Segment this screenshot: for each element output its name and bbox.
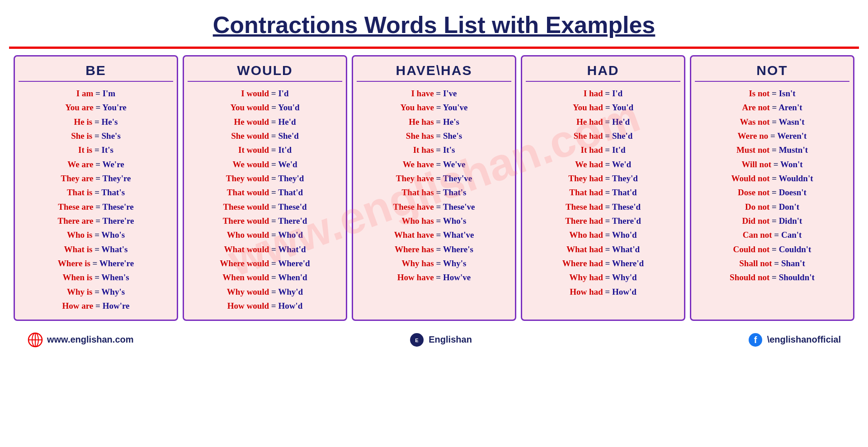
- original-word: They would: [226, 174, 269, 183]
- contraction-word: He's: [443, 117, 459, 127]
- contraction-word: You're: [102, 103, 126, 112]
- original-word: Where is: [58, 259, 90, 268]
- original-word: You have: [401, 103, 434, 112]
- equals-sign: =: [603, 259, 612, 268]
- table-row: Was not = Wasn't: [695, 115, 849, 129]
- table-row: Were no = Weren't: [695, 129, 849, 143]
- equals-sign: =: [269, 160, 278, 169]
- equals-sign: =: [269, 103, 278, 112]
- original-word: That had: [569, 188, 603, 197]
- contraction-word: You'd: [278, 103, 300, 112]
- table-row: She had = She'd: [526, 129, 680, 143]
- original-word: These are: [58, 202, 93, 212]
- svg-text:f: f: [754, 335, 757, 345]
- original-word: She is: [71, 131, 92, 141]
- table-row: You would = You'd: [188, 100, 342, 114]
- englishan-icon: E: [409, 332, 425, 348]
- original-word: These have: [393, 202, 434, 212]
- original-word: Were no: [738, 131, 769, 141]
- equals-sign: =: [92, 188, 101, 197]
- contraction-word: It'd: [278, 145, 292, 155]
- contraction-word: Why'd: [278, 287, 303, 296]
- original-word: Would not: [731, 174, 769, 183]
- equals-sign: =: [269, 174, 278, 183]
- contraction-word: Shouldn't: [779, 273, 815, 282]
- original-word: It would: [238, 145, 269, 155]
- table-row: Would not = Wouldn't: [695, 171, 849, 185]
- original-word: You are: [65, 103, 93, 112]
- columns-container: BEI am = I'mYou are = You'reHe is = He's…: [9, 55, 859, 321]
- table-row: She has = She's: [357, 129, 511, 143]
- equals-sign: =: [769, 216, 778, 226]
- table-row: That had = That'd: [526, 185, 680, 199]
- original-word: It has: [413, 145, 434, 155]
- equals-sign: =: [769, 89, 778, 98]
- original-word: He is: [74, 117, 93, 127]
- footer-social: f \englishanofficial: [747, 332, 841, 348]
- contraction-word: What'd: [278, 245, 306, 254]
- original-word: When is: [62, 273, 92, 282]
- table-row: When is = When's: [19, 270, 173, 284]
- contraction-word: That's: [101, 188, 125, 197]
- equals-sign: =: [434, 273, 443, 282]
- contraction-word: Where're: [99, 259, 134, 268]
- equals-sign: =: [603, 216, 612, 226]
- original-word: How have: [397, 273, 434, 282]
- contraction-word: How're: [103, 301, 130, 311]
- table-row: He would = He'd: [188, 115, 342, 129]
- table-row: You have = You've: [357, 100, 511, 114]
- contraction-word: Where's: [443, 245, 473, 254]
- equals-sign: =: [769, 117, 778, 127]
- table-row: Who has = Who's: [357, 214, 511, 228]
- equals-sign: =: [434, 89, 443, 98]
- equals-sign: =: [769, 273, 778, 282]
- contraction-word: She's: [102, 131, 121, 141]
- equals-sign: =: [269, 145, 278, 155]
- table-row: Why would = Why'd: [188, 285, 342, 299]
- original-word: I would: [241, 89, 269, 98]
- original-word: Why had: [569, 273, 603, 282]
- equals-sign: =: [434, 131, 443, 141]
- contraction-word: That'd: [612, 188, 637, 197]
- contraction-word: We'd: [278, 160, 297, 169]
- equals-sign: =: [92, 245, 101, 254]
- equals-sign: =: [269, 259, 278, 268]
- equals-sign: =: [92, 131, 101, 141]
- original-word: She had: [574, 131, 603, 141]
- contraction-word: It's: [443, 145, 455, 155]
- contraction-word: These're: [102, 202, 133, 212]
- original-word: These would: [223, 202, 269, 212]
- equals-sign: =: [768, 131, 777, 141]
- equals-sign: =: [603, 245, 612, 254]
- table-row: Should not = Shouldn't: [695, 270, 849, 284]
- contraction-word: What's: [101, 245, 127, 254]
- equals-sign: =: [92, 117, 101, 127]
- original-word: When would: [222, 273, 269, 282]
- table-row: There had = There'd: [526, 214, 680, 228]
- table-row: What had = What'd: [526, 242, 680, 256]
- equals-sign: =: [90, 259, 99, 268]
- original-word: Is not: [749, 89, 769, 98]
- contraction-word: Who's: [101, 230, 125, 240]
- contraction-word: We'd: [612, 160, 631, 169]
- col-header-3: HAD: [526, 63, 680, 82]
- equals-sign: =: [769, 245, 778, 254]
- footer-brand: E Englishan: [409, 332, 472, 348]
- contraction-word: They'd: [612, 174, 638, 183]
- contraction-word: Aren't: [778, 103, 802, 112]
- original-word: It is: [78, 145, 92, 155]
- original-word: Did not: [742, 216, 770, 226]
- equals-sign: =: [772, 259, 781, 268]
- equals-sign: =: [603, 117, 612, 127]
- contraction-word: There're: [102, 216, 134, 226]
- column-have-has: HAVE\HASI have = I'veYou have = You'veHe…: [352, 55, 516, 321]
- equals-sign: =: [603, 174, 612, 183]
- svg-text:E: E: [415, 338, 419, 343]
- contraction-word: That'd: [278, 188, 303, 197]
- table-row: That is = That's: [19, 185, 173, 199]
- table-row: What would = What'd: [188, 242, 342, 256]
- table-row: I had = I'd: [526, 86, 680, 100]
- facebook-icon: f: [747, 332, 764, 348]
- table-row: She is = She's: [19, 129, 173, 143]
- original-word: Why has: [401, 259, 434, 268]
